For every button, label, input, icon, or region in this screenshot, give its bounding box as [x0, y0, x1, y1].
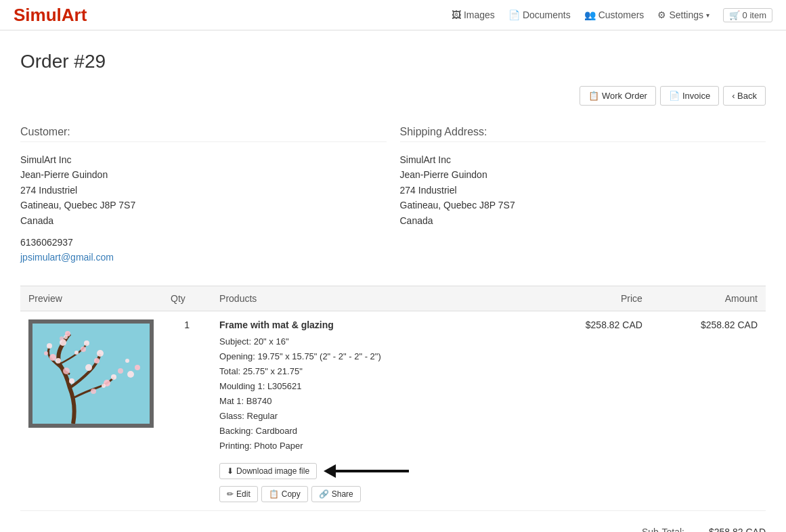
edit-label: Edit	[236, 489, 250, 499]
row-qty: 1	[184, 319, 190, 330]
svg-point-12	[74, 351, 79, 355]
main-content: Order #29 📋 Work Order 📄 Invoice ‹ Back …	[0, 30, 786, 511]
table-header-row: Preview Qty Products Price Amount	[20, 286, 766, 311]
arrow-indicator	[324, 464, 409, 478]
download-area: ⬇ Download image file	[219, 463, 527, 479]
product-subject: Subject: 20" x 16"	[219, 334, 527, 349]
nav-documents[interactable]: 📄 Documents	[508, 9, 571, 20]
products-cell: Frame with mat & glazing Subject: 20" x …	[211, 311, 536, 511]
svg-point-3	[97, 350, 104, 357]
nav-images[interactable]: 🖼 Images	[452, 9, 495, 20]
back-button[interactable]: ‹ Back	[723, 86, 766, 106]
row-price: $258.82 CAD	[586, 319, 642, 330]
nav-settings[interactable]: ⚙ Settings ▾	[657, 9, 709, 20]
documents-icon: 📄	[508, 9, 520, 20]
download-image-button[interactable]: ⬇ Download image file	[219, 463, 317, 479]
shipping-country: Canada	[400, 215, 433, 226]
svg-point-10	[84, 340, 89, 346]
subtotal-row: Sub-Total: $258.82 CAD	[492, 525, 766, 532]
settings-icon: ⚙	[657, 9, 666, 20]
amount-cell: $258.82 CAD	[651, 311, 766, 511]
preview-cell	[20, 311, 162, 511]
price-cell: $258.82 CAD	[536, 311, 651, 511]
shipping-company: SimulArt Inc	[400, 154, 451, 165]
svg-point-20	[91, 389, 96, 394]
col-qty: Qty	[162, 286, 211, 311]
work-order-icon: 📋	[588, 91, 599, 101]
row-actions: ✏ Edit 📋 Copy 🔗 Share	[219, 486, 527, 502]
customers-icon: 👥	[584, 9, 596, 20]
download-label: Download image file	[236, 466, 309, 476]
order-table: Preview Qty Products Price Amount	[20, 286, 766, 512]
customer-address1: 274 Industriel	[20, 185, 77, 196]
qty-cell: 1	[162, 311, 211, 511]
settings-chevron-icon: ▾	[706, 12, 709, 19]
arrow-line	[334, 470, 409, 472]
customer-company: SimulArt Inc	[20, 154, 71, 165]
product-moulding: Moulding 1: L305621	[219, 379, 527, 394]
share-label: Share	[332, 489, 353, 499]
nav-customers[interactable]: 👥 Customers	[584, 9, 645, 20]
customer-phone: 6136062937	[20, 237, 73, 248]
share-button[interactable]: 🔗 Share	[311, 486, 361, 502]
totals-table: Sub-Total: $258.82 CAD Free Shipping: $0…	[492, 525, 766, 532]
work-order-button[interactable]: 📋 Work Order	[580, 86, 656, 106]
col-price: Price	[536, 286, 651, 311]
nav-documents-label: Documents	[523, 9, 571, 20]
customer-name: Jean-Pierre Guindon	[20, 169, 108, 180]
svg-point-18	[135, 365, 140, 370]
svg-point-15	[56, 358, 61, 363]
product-opening: Opening: 19.75" x 15.75" (2" - 2" - 2" -…	[219, 349, 527, 364]
cart-badge[interactable]: 🛒 0 item	[723, 8, 772, 22]
product-backing: Backing: Cardboard	[219, 424, 527, 439]
invoice-label: Invoice	[682, 91, 710, 101]
edit-button[interactable]: ✏ Edit	[219, 486, 258, 502]
navbar: SimulArt 🖼 Images 📄 Documents 👥 Customer…	[0, 0, 786, 30]
svg-point-5	[85, 364, 92, 371]
totals-section: Sub-Total: $258.82 CAD Free Shipping: $0…	[0, 511, 786, 532]
table-row: 1 Frame with mat & glazing Subject: 20" …	[20, 311, 766, 511]
svg-point-13	[69, 378, 74, 384]
col-preview: Preview	[20, 286, 162, 311]
share-icon: 🔗	[319, 489, 329, 499]
images-icon: 🖼	[452, 9, 461, 20]
cart-icon: 🛒	[729, 10, 740, 20]
subtotal-label: Sub-Total:	[495, 527, 684, 532]
invoice-button[interactable]: 📄 Invoice	[660, 86, 719, 106]
product-mat: Mat 1: B8740	[219, 394, 527, 409]
customer-city: Gatineau, Quebec J8P 7S7	[20, 200, 135, 210]
svg-point-14	[63, 368, 70, 374]
svg-point-6	[47, 343, 52, 349]
shipping-heading: Shipping Address:	[400, 126, 766, 142]
customer-section: Customer: SimulArt Inc Jean-Pierre Guind…	[20, 126, 387, 265]
copy-button[interactable]: 📋 Copy	[261, 486, 308, 502]
customer-heading: Customer:	[20, 126, 387, 142]
page-title: Order #29	[20, 51, 766, 72]
svg-point-21	[102, 384, 106, 388]
product-glass: Glass: Regular	[219, 409, 527, 424]
copy-icon: 📋	[269, 489, 279, 499]
svg-point-19	[125, 359, 129, 363]
nav-links: 🖼 Images 📄 Documents 👥 Customers ⚙ Setti…	[452, 8, 772, 22]
shipping-section: Shipping Address: SimulArt Inc Jean-Pier…	[400, 126, 766, 265]
address-grid: Customer: SimulArt Inc Jean-Pierre Guind…	[20, 126, 766, 265]
product-title: Frame with mat & glazing	[219, 319, 527, 330]
shipping-name: Jean-Pierre Guindon	[400, 169, 487, 180]
download-icon: ⬇	[227, 466, 234, 476]
brand-red: Art	[62, 5, 87, 25]
customer-country: Canada	[20, 215, 53, 226]
nav-images-label: Images	[464, 9, 495, 20]
customer-email[interactable]: jpsimulart@gmail.com	[20, 252, 114, 263]
back-label: ‹ Back	[732, 91, 757, 101]
copy-label: Copy	[282, 489, 301, 499]
nav-customers-label: Customers	[598, 9, 645, 20]
preview-image	[28, 319, 154, 428]
brand-logo[interactable]: SimulArt	[14, 5, 87, 26]
svg-point-11	[81, 347, 86, 352]
work-order-label: Work Order	[602, 91, 647, 101]
product-printing: Printing: Photo Paper	[219, 439, 527, 453]
edit-icon: ✏	[227, 489, 234, 499]
svg-point-24	[44, 351, 48, 355]
svg-point-22	[60, 336, 64, 340]
invoice-icon: 📄	[669, 91, 680, 101]
